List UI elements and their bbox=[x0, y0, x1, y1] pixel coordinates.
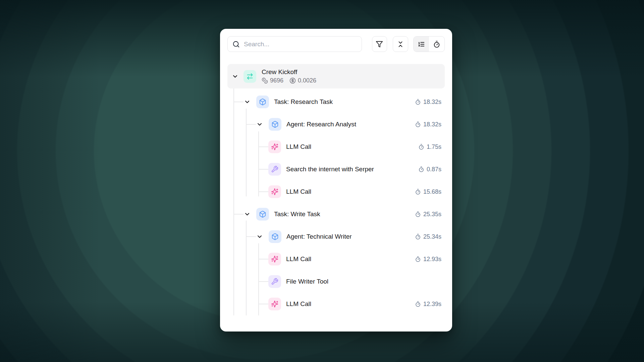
duration-value: 25.35s bbox=[423, 211, 441, 218]
toolbar bbox=[227, 36, 445, 52]
collapse-all-button[interactable] bbox=[393, 36, 408, 52]
llm-sparkles-icon bbox=[268, 185, 281, 198]
task-box-icon bbox=[256, 96, 269, 108]
row-duration: 12.39s bbox=[415, 301, 445, 308]
task-box-icon bbox=[256, 208, 269, 221]
row-duration: 25.35s bbox=[415, 211, 445, 218]
crew-title: Crew Kickoff bbox=[262, 68, 316, 76]
row-label: LLM Call bbox=[286, 188, 311, 195]
chevron-down-icon[interactable] bbox=[256, 233, 263, 240]
tree-row-llm-call-1[interactable]: LLM Call 1.75s bbox=[227, 140, 445, 154]
row-label: LLM Call bbox=[286, 300, 311, 308]
tool-wrench-icon bbox=[268, 163, 281, 176]
duration-value: 15.68s bbox=[423, 188, 441, 195]
timeline-view-toggle[interactable] bbox=[429, 37, 444, 52]
tree-row-task-write[interactable]: Task: Write Task 25.35s bbox=[227, 207, 445, 221]
timer-icon bbox=[415, 121, 421, 127]
timer-icon bbox=[415, 301, 421, 307]
timer-icon bbox=[415, 234, 421, 240]
chevron-down-icon[interactable] bbox=[256, 121, 263, 128]
tool-wrench-icon bbox=[268, 275, 281, 288]
crew-badges: 9696 0.0026 bbox=[262, 77, 316, 84]
tree-row-crew-kickoff[interactable]: Crew Kickoff 9696 0.0026 bbox=[227, 64, 445, 88]
duration-value: 12.39s bbox=[423, 301, 441, 308]
llm-sparkles-icon bbox=[268, 298, 281, 310]
search-input[interactable] bbox=[228, 37, 362, 52]
token-count-badge: 9696 bbox=[262, 77, 283, 84]
timer-icon bbox=[415, 256, 421, 262]
tree-row-tool-file-writer[interactable]: File Writer Tool bbox=[227, 275, 445, 288]
trace-panel: Crew Kickoff 9696 0.0026 Task: Research … bbox=[220, 29, 452, 331]
duration-value: 18.32s bbox=[423, 121, 441, 128]
chevron-down-icon[interactable] bbox=[244, 98, 251, 106]
row-label: Task: Research Task bbox=[274, 98, 333, 106]
chevron-down-icon[interactable] bbox=[231, 73, 239, 80]
crew-icon bbox=[244, 70, 256, 83]
agent-box-icon bbox=[269, 230, 281, 243]
chevron-down-icon[interactable] bbox=[244, 210, 251, 218]
tree-row-tool-serper[interactable]: Search the internet with Serper 0.87s bbox=[227, 163, 445, 176]
tree-row-llm-call-3[interactable]: LLM Call 12.93s bbox=[227, 252, 445, 266]
row-label: LLM Call bbox=[286, 143, 311, 150]
tree-row-llm-call-2[interactable]: LLM Call 15.68s bbox=[227, 185, 445, 198]
llm-sparkles-icon bbox=[268, 253, 281, 265]
cost-value: 0.0026 bbox=[298, 77, 316, 84]
row-label: Search the internet with Serper bbox=[286, 166, 374, 173]
coins-icon bbox=[262, 77, 268, 84]
row-duration: 0.87s bbox=[418, 166, 445, 173]
search-icon bbox=[232, 41, 240, 48]
row-duration: 12.93s bbox=[415, 256, 445, 263]
chevrons-down-up-icon bbox=[397, 41, 404, 48]
row-duration: 15.68s bbox=[415, 188, 445, 195]
timer-icon bbox=[415, 189, 421, 195]
duration-value: 0.87s bbox=[427, 166, 441, 173]
timer-icon bbox=[418, 144, 424, 150]
timer-icon bbox=[433, 41, 440, 48]
cost-badge: 0.0026 bbox=[289, 77, 316, 84]
row-label: Agent: Technical Writer bbox=[286, 233, 352, 240]
list-view-toggle[interactable] bbox=[414, 37, 429, 52]
duration-value: 18.32s bbox=[423, 99, 441, 106]
token-count: 9696 bbox=[270, 77, 283, 84]
tree-row-agent-technical-writer[interactable]: Agent: Technical Writer 25.34s bbox=[227, 230, 445, 243]
funnel-icon bbox=[376, 41, 383, 48]
duration-value: 12.93s bbox=[423, 256, 441, 263]
duration-value: 1.75s bbox=[427, 143, 441, 150]
row-duration: 18.32s bbox=[415, 99, 445, 106]
row-label: Task: Write Task bbox=[274, 210, 320, 218]
dollar-circle-icon bbox=[289, 77, 296, 84]
timer-icon bbox=[415, 99, 421, 105]
row-label: LLM Call bbox=[286, 255, 311, 263]
search-box bbox=[227, 36, 362, 52]
row-label: Agent: Research Analyst bbox=[286, 121, 356, 128]
view-toggle-group bbox=[413, 36, 445, 52]
tree-row-llm-call-4[interactable]: LLM Call 12.39s bbox=[227, 297, 445, 311]
tree-row-task-research[interactable]: Task: Research Task 18.32s bbox=[227, 95, 445, 109]
list-ordered-icon bbox=[418, 41, 425, 48]
timer-icon bbox=[418, 166, 424, 172]
agent-box-icon bbox=[269, 118, 281, 131]
row-duration: 25.34s bbox=[415, 233, 445, 240]
filter-button[interactable] bbox=[372, 36, 387, 52]
timer-icon bbox=[415, 211, 421, 217]
row-duration: 1.75s bbox=[418, 143, 445, 150]
row-label: File Writer Tool bbox=[286, 278, 328, 285]
row-duration: 18.32s bbox=[415, 121, 445, 128]
llm-sparkles-icon bbox=[268, 140, 281, 153]
crew-kickoff-info: Crew Kickoff 9696 0.0026 bbox=[262, 68, 316, 84]
duration-value: 25.34s bbox=[423, 233, 441, 240]
tree-row-agent-research-analyst[interactable]: Agent: Research Analyst 18.32s bbox=[227, 118, 445, 131]
trace-tree: Crew Kickoff 9696 0.0026 Task: Research … bbox=[227, 64, 445, 311]
